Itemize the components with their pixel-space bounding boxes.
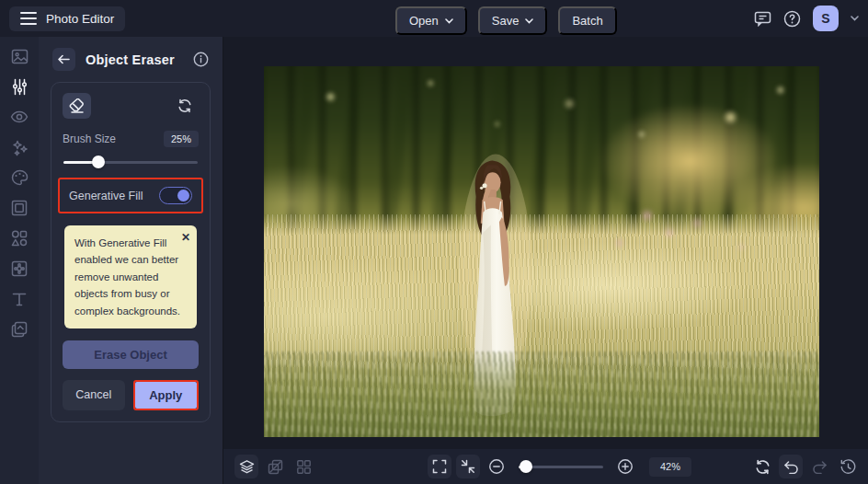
layers-panel-button[interactable]	[234, 455, 258, 478]
chevron-down-icon	[445, 18, 453, 24]
help-button[interactable]	[783, 10, 801, 28]
sidebar-item-ai-tools[interactable]	[7, 138, 31, 156]
layers-copy-icon	[11, 321, 28, 338]
eraser-brush-button[interactable]	[63, 93, 91, 119]
ai-sparkles-icon	[11, 139, 29, 156]
save-button[interactable]: Save	[478, 6, 548, 35]
grid-icon	[296, 459, 312, 475]
photo-foreground-grass	[264, 351, 819, 437]
info-icon[interactable]	[193, 52, 209, 67]
frame-icon	[11, 200, 28, 216]
history-button[interactable]	[836, 455, 860, 478]
refresh-icon	[177, 98, 192, 113]
generative-fill-tooltip: With Generative Fill enabled we can bett…	[64, 225, 197, 328]
generative-fill-toggle[interactable]	[159, 187, 192, 204]
chat-bubble-icon	[754, 11, 771, 27]
app-title: Photo Editor	[46, 12, 114, 26]
sidebar-item-effects[interactable]	[7, 168, 31, 187]
touchup-eye-icon	[10, 110, 29, 123]
main-menu-button[interactable]: Photo Editor	[9, 6, 125, 31]
sidebar-item-library[interactable]	[7, 47, 31, 65]
panel-title: Object Eraser	[86, 52, 175, 67]
zoom-level-value[interactable]: 42%	[649, 457, 691, 477]
brush-size-value: 25%	[164, 131, 199, 147]
batch-button[interactable]: Batch	[558, 6, 616, 35]
apply-annotation-box: Apply	[133, 380, 200, 410]
apply-button[interactable]: Apply	[135, 382, 198, 409]
eraser-icon	[69, 98, 85, 113]
sidebar-item-edit[interactable]	[7, 77, 31, 96]
text-icon	[12, 292, 27, 307]
graphics-shapes-icon	[11, 230, 28, 247]
grid-view-button[interactable]	[291, 455, 315, 478]
redo-button[interactable]	[807, 455, 831, 478]
brush-size-slider[interactable]	[63, 156, 198, 168]
erase-object-button[interactable]: Erase Object	[63, 340, 199, 369]
tooltip-text: With Generative Fill enabled we can bett…	[74, 237, 180, 317]
feedback-chat-button[interactable]	[754, 11, 771, 27]
hamburger-menu-icon	[20, 12, 37, 25]
slider-thumb[interactable]	[520, 460, 532, 473]
brush-size-label: Brush Size	[63, 133, 116, 145]
fit-to-screen-button[interactable]	[456, 455, 480, 478]
close-icon[interactable]: ✕	[181, 229, 190, 247]
reset-brush-button[interactable]	[170, 93, 199, 119]
reset-image-button[interactable]	[750, 455, 774, 478]
fullscreen-button[interactable]	[428, 455, 451, 478]
sidebar-item-touchup[interactable]	[7, 108, 31, 126]
sidebar-item-text[interactable]	[7, 290, 31, 308]
user-avatar[interactable]: S	[813, 6, 839, 31]
slider-thumb[interactable]	[92, 156, 105, 168]
compare-icon	[268, 459, 283, 475]
layers-stack-icon	[239, 459, 255, 475]
undo-icon	[783, 460, 799, 474]
canvas-area: 42%	[223, 37, 868, 484]
minus-circle-icon	[488, 458, 505, 475]
cancel-button[interactable]: Cancel	[63, 380, 125, 410]
compare-blend-button[interactable]	[263, 455, 287, 478]
redo-icon	[812, 460, 828, 474]
arrow-left-icon	[58, 54, 70, 64]
sidebar-item-layers[interactable]	[7, 320, 31, 339]
overlay-texture-icon	[11, 260, 28, 277]
photo-pink-flowers	[264, 178, 819, 304]
object-eraser-panel: Object Eraser Brush Size 25%	[39, 37, 223, 484]
canvas-bottom-toolbar: 42%	[223, 449, 868, 484]
sidebar-item-graphics[interactable]	[7, 229, 31, 248]
back-button[interactable]	[52, 48, 75, 71]
zoom-in-button[interactable]	[613, 455, 637, 478]
effects-palette-icon	[11, 169, 29, 186]
generative-fill-label: Generative Fill	[69, 190, 143, 202]
zoom-slider[interactable]	[519, 460, 603, 473]
fullscreen-icon	[432, 459, 447, 474]
undo-button[interactable]	[779, 455, 803, 478]
eraser-settings-card: Brush Size 25% Generative Fill With Gene…	[51, 82, 211, 422]
adjustments-icon	[12, 78, 28, 96]
chevron-down-icon	[525, 18, 533, 24]
open-button[interactable]: Open	[395, 6, 467, 35]
plus-circle-icon	[617, 458, 634, 475]
account-chevron-down-icon[interactable]	[851, 16, 859, 21]
sidebar-item-frames[interactable]	[7, 199, 31, 217]
photo-canvas[interactable]	[264, 66, 819, 437]
zoom-out-button[interactable]	[485, 455, 508, 478]
history-clock-icon	[840, 459, 856, 475]
refresh-icon	[755, 459, 771, 475]
toggle-knob	[177, 190, 189, 202]
image-icon	[11, 49, 29, 64]
tool-category-sidebar	[0, 37, 39, 484]
sidebar-item-overlays[interactable]	[7, 259, 31, 278]
generative-fill-row: Generative Fill	[58, 178, 203, 213]
question-mark-icon	[783, 10, 801, 28]
top-bar: Photo Editor Open Save Batch S	[0, 0, 868, 37]
fit-screen-icon	[461, 459, 475, 474]
